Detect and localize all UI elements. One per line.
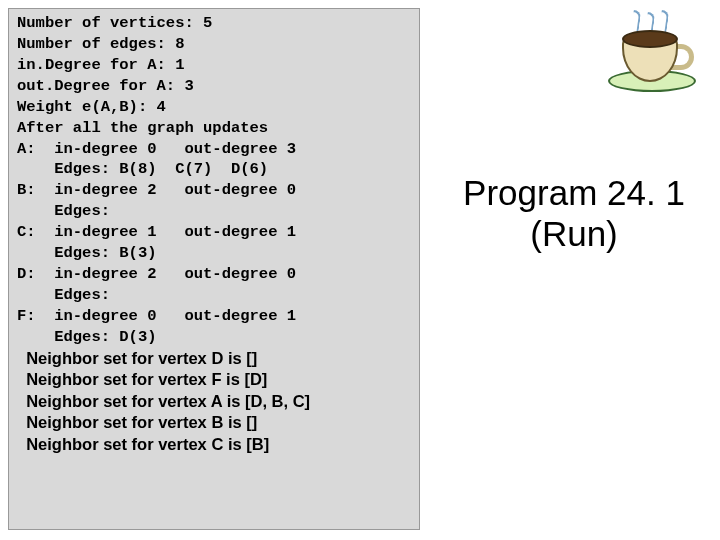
steam-icon	[630, 10, 641, 32]
output-line: Edges:	[17, 201, 411, 222]
output-line: B: in-degree 2 out-degree 0	[17, 180, 411, 201]
output-line: A: in-degree 0 out-degree 3	[17, 139, 411, 160]
steam-icon	[658, 10, 669, 32]
title-line-1: Program 24. 1	[438, 172, 710, 213]
output-line: out.Degree for A: 3	[17, 76, 411, 97]
output-line: C: in-degree 1 out-degree 1	[17, 222, 411, 243]
slide-title: Program 24. 1 (Run)	[438, 172, 710, 255]
output-line: Number of edges: 8	[17, 34, 411, 55]
neighbor-line: Neighbor set for vertex D is []	[17, 348, 411, 369]
output-line: After all the graph updates	[17, 118, 411, 139]
neighbor-line: Neighbor set for vertex B is []	[17, 412, 411, 433]
cup-rim-icon	[622, 30, 678, 48]
output-line: Edges:	[17, 285, 411, 306]
neighbor-line: Neighbor set for vertex A is [D, B, C]	[17, 391, 411, 412]
output-line: Edges: D(3)	[17, 327, 411, 348]
output-line: Weight e(A,B): 4	[17, 97, 411, 118]
title-line-2: (Run)	[438, 213, 710, 254]
output-line: Number of vertices: 5	[17, 13, 411, 34]
coffee-cup-icon	[602, 10, 702, 106]
output-line: in.Degree for A: 1	[17, 55, 411, 76]
output-line: D: in-degree 2 out-degree 0	[17, 264, 411, 285]
neighbor-line: Neighbor set for vertex C is [B]	[17, 434, 411, 455]
neighbor-line: Neighbor set for vertex F is [D]	[17, 369, 411, 390]
program-output-box: Number of vertices: 5 Number of edges: 8…	[8, 8, 420, 530]
output-line: F: in-degree 0 out-degree 1	[17, 306, 411, 327]
output-line: Edges: B(8) C(7) D(6)	[17, 159, 411, 180]
output-line: Edges: B(3)	[17, 243, 411, 264]
